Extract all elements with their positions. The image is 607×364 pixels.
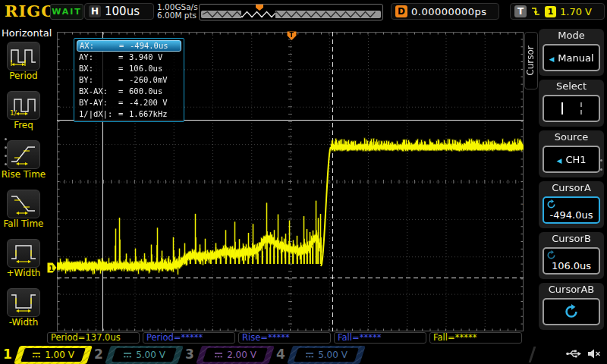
dc-coupling-icon <box>305 352 314 359</box>
svg-text:1/: 1/ <box>10 109 17 116</box>
menu-group-source: Source CH1 <box>539 130 604 177</box>
channel4-scale: 5.00 V <box>318 350 348 360</box>
channel3-scale: 2.00 V <box>227 350 256 360</box>
rotate-knob-icon <box>564 304 579 319</box>
menu-page-dot <box>600 159 602 162</box>
cursor-row-by-ay: BY-AY: = -4.200 V <box>77 97 181 108</box>
channel2-cell[interactable]: 2 5.00 V <box>93 346 184 364</box>
channel2-number: 2 <box>94 347 103 362</box>
rise-time-icon <box>7 140 40 169</box>
channel1-ground-marker[interactable]: 1 <box>47 262 57 273</box>
cursor-row-bx-ax: BX-AX: = 600.0us <box>77 86 181 97</box>
cursor-row-freq: 1/|dX|: = 1.667kHz <box>77 108 181 120</box>
cursor-b-line-icon <box>580 102 582 115</box>
memory-depth: 6.00M pts <box>157 11 198 20</box>
menu-page-dot <box>600 168 602 171</box>
measurement-cell-rise[interactable]: Rise=***** <box>238 332 331 344</box>
menu-page-dot <box>5 155 7 157</box>
freq-icon: 1/ <box>7 91 40 120</box>
measure-item-plus-width[interactable]: +Width <box>0 239 47 278</box>
speaker-muted-icon <box>587 348 601 359</box>
channel2-scale: 5.00 V <box>136 350 165 360</box>
horizontal-timebase-group[interactable]: H 100us <box>84 3 154 20</box>
trigger-badge: T <box>514 5 527 17</box>
delay-badge: D <box>395 5 407 17</box>
measure-item-fall-time[interactable]: Fall Time <box>0 190 47 229</box>
cursor-menu: Cursor Mode Manual Select Source CH1 Cur… <box>524 23 607 345</box>
chevron-left-icon <box>556 154 561 165</box>
h-badge: H <box>89 5 101 17</box>
minus-width-icon <box>7 288 40 317</box>
oscilloscope-screen: RIGOL WAIT H 100us 1.00GSa/s 6.00M pts D… <box>0 0 607 364</box>
channel1-cell[interactable]: 1 1.00 V <box>2 346 93 364</box>
trigger-level-value: 1.70 V <box>560 6 592 17</box>
trigger-delay-value: 0.00000000ps <box>411 6 487 17</box>
menu-page-dot <box>5 163 7 165</box>
trigger-info-group[interactable]: T 1 1.70 V <box>510 3 605 20</box>
waveform-preview-bar[interactable] <box>199 4 383 20</box>
record-overview-icon <box>200 5 382 20</box>
channel3-number: 3 <box>185 347 194 362</box>
measurement-cell-fall1[interactable]: Fall=***** <box>334 332 426 344</box>
dc-coupling-icon <box>32 352 41 359</box>
cursor-a-line-icon <box>561 102 563 115</box>
measure-menu: Horizontal Period 1/ Fr <box>0 23 47 345</box>
trigger-position-marker[interactable]: T <box>287 31 297 41</box>
falling-edge-icon <box>530 6 541 17</box>
measure-menu-title: Horizontal <box>2 27 52 39</box>
chevron-left-icon <box>549 52 554 64</box>
rotate-knob-icon <box>546 199 556 209</box>
mode-button[interactable]: Manual <box>543 44 600 71</box>
measurement-cell-period1[interactable]: Period=137.0us <box>47 332 140 344</box>
cursor-row-bx: BX: = 106.0us <box>77 63 181 74</box>
cursor-ab-button[interactable] <box>543 298 600 325</box>
measure-item-freq[interactable]: 1/ Freq <box>0 91 47 130</box>
measure-item-minus-width[interactable]: -Width <box>0 288 47 328</box>
source-button[interactable]: CH1 <box>543 146 600 173</box>
channel4-number: 4 <box>276 347 285 362</box>
timebase-value: 100us <box>105 5 140 18</box>
menu-group-cursor-b: CursorB 106.0us <box>539 232 604 279</box>
svg-text:1: 1 <box>49 265 54 272</box>
menu-page-dot <box>5 146 7 149</box>
trigger-source-badge: 1 <box>545 6 556 17</box>
rotate-knob-icon <box>546 250 556 260</box>
measurement-cell-period2[interactable]: Period=***** <box>143 332 235 344</box>
dc-coupling-icon <box>123 352 132 359</box>
channel3-cell[interactable]: 3 2.00 V <box>184 346 275 364</box>
menu-group-cursor-a: CursorA -494.0us <box>539 181 604 228</box>
period-icon <box>7 42 40 71</box>
measurement-cell-fall2[interactable]: Fall=***** <box>429 332 522 344</box>
menu-page-dot <box>5 138 7 140</box>
svg-text:T: T <box>290 32 294 39</box>
top-status-bar: RIGOL WAIT H 100us 1.00GSa/s 6.00M pts D… <box>0 0 607 23</box>
fall-time-icon <box>7 190 40 218</box>
cursor-measurement-box: AX: = -494.0us AY: = 3.940 V BX: = 106.0… <box>74 38 184 122</box>
channel1-scale: 1.00 V <box>45 350 74 360</box>
cursor-a-button[interactable]: -494.0us <box>543 196 600 224</box>
usb-icon <box>566 349 581 359</box>
menu-group-cursor-ab: CursorAB <box>539 283 604 330</box>
system-icons <box>566 348 601 359</box>
cursor-menu-tab: Cursor <box>524 32 538 89</box>
measure-item-rise-time[interactable]: Rise Time <box>0 140 47 180</box>
trigger-delay-group[interactable]: D 0.00000000ps <box>391 3 499 20</box>
measure-item-period[interactable]: Period <box>0 42 47 81</box>
plus-width-icon <box>7 239 40 268</box>
cursor-b-button[interactable]: 106.0us <box>543 247 600 275</box>
dc-coupling-icon <box>214 352 223 359</box>
menu-group-mode: Mode Manual <box>539 29 604 76</box>
cursor-row-by: BY: = -260.0mV <box>77 74 181 86</box>
channel-status-bar: 1 1.00 V 2 <box>0 345 607 364</box>
channel4-cell[interactable]: 4 5.00 V <box>275 346 366 364</box>
select-button[interactable] <box>543 95 600 122</box>
cursor-row-ay: AY: = 3.940 V <box>77 52 181 63</box>
cursor-row-ax: AX: = -494.0us <box>77 40 181 52</box>
channel1-number: 1 <box>3 347 12 362</box>
sample-info: 1.00GSa/s 6.00M pts <box>157 3 198 20</box>
acquisition-status-badge: WAIT <box>50 4 83 20</box>
menu-group-select: Select <box>539 80 604 127</box>
